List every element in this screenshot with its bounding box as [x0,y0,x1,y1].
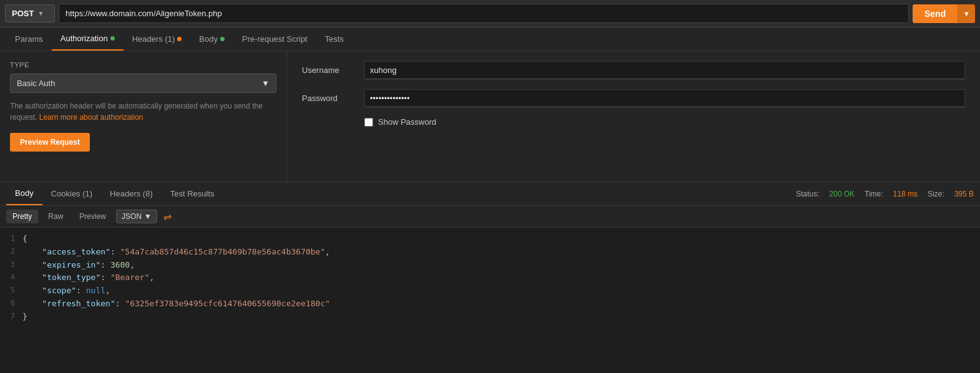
request-tabs: Params Authorization Headers (1) Body Pr… [0,27,980,51]
status-label: Status: [796,190,819,198]
send-group: Send ▼ [913,4,975,23]
tab-headers[interactable]: Headers (1) [124,28,191,50]
status-value: 200 OK [829,190,855,198]
show-password-label: Show Password [378,117,436,127]
auth-description: The authorization header will be automat… [10,100,276,123]
show-password-checkbox[interactable] [364,118,373,127]
tab-params[interactable]: Params [6,28,52,50]
show-password-row: Show Password [364,117,965,127]
code-line-5: 5 "scope": null, [0,284,980,298]
authorization-dot [110,36,115,41]
password-row: Password [302,89,965,107]
resp-tab-test-results[interactable]: Test Results [162,183,223,205]
response-status: Status: 200 OK Time: 118 ms Size: 395 B [796,190,974,198]
tab-body[interactable]: Body [190,28,233,50]
raw-button[interactable]: Raw [42,210,69,223]
method-select[interactable]: POST ▼ [5,4,55,22]
resp-tab-body[interactable]: Body [6,182,42,205]
password-input[interactable] [364,89,965,107]
code-line-7: 7 } [0,311,980,324]
code-line-3: 3 "expires_in": 3600, [0,259,980,272]
tab-pre-request[interactable]: Pre-request Script [233,28,316,50]
body-dot [220,37,225,41]
url-input[interactable] [59,4,909,23]
response-section: Body Cookies (1) Headers (8) Test Result… [0,182,980,329]
code-toolbar: Pretty Raw Preview JSON ▼ ⇌ [0,206,980,228]
code-line-6: 6 "refresh_token": "6325ef3783e9495cfc61… [0,298,980,311]
learn-more-link[interactable]: Learn more about authorization [39,113,143,122]
resp-tab-cookies[interactable]: Cookies (1) [42,183,101,205]
response-tabs-bar: Body Cookies (1) Headers (8) Test Result… [0,182,980,206]
code-line-2: 2 "access_token": "54a7cab857d46c15c877b… [0,246,980,259]
method-arrow-icon: ▼ [37,10,44,17]
code-area: 1 { 2 "access_token": "54a7cab857d46c15c… [0,228,980,329]
type-label: TYPE [10,61,276,69]
username-row: Username [302,61,965,79]
auth-type-select[interactable]: Basic Auth ▼ [10,74,276,93]
method-label: POST [12,9,34,18]
pretty-button[interactable]: Pretty [6,210,38,223]
format-arrow-icon: ▼ [144,212,152,221]
send-button[interactable]: Send [913,4,958,23]
username-input[interactable] [364,61,965,79]
response-tabs: Body Cookies (1) Headers (8) Test Result… [6,182,223,205]
auth-right: Username Password Show Password [287,51,980,182]
headers-dot [177,37,182,41]
preview-request-button[interactable]: Preview Request [10,133,90,152]
url-bar: POST ▼ Send ▼ [0,0,980,27]
time-value: 118 ms [893,190,918,198]
format-select[interactable]: JSON ▼ [116,210,157,223]
wrap-icon[interactable]: ⇌ [163,211,172,223]
auth-left: TYPE Basic Auth ▼ The authorization head… [0,51,287,182]
auth-type-arrow-icon: ▼ [261,79,269,88]
password-label: Password [302,94,364,103]
resp-tab-headers[interactable]: Headers (8) [101,183,162,205]
tab-authorization[interactable]: Authorization [52,27,124,51]
size-label: Size: [928,190,944,198]
code-line-4: 4 "token_type": "Bearer", [0,271,980,284]
time-label: Time: [865,190,883,198]
send-dropdown-button[interactable]: ▼ [958,4,975,23]
code-line-1: 1 { [0,233,980,246]
username-label: Username [302,65,364,75]
preview-button[interactable]: Preview [73,210,112,223]
size-value: 395 B [954,190,974,198]
auth-panel: TYPE Basic Auth ▼ The authorization head… [0,51,980,182]
tab-tests[interactable]: Tests [316,28,352,50]
